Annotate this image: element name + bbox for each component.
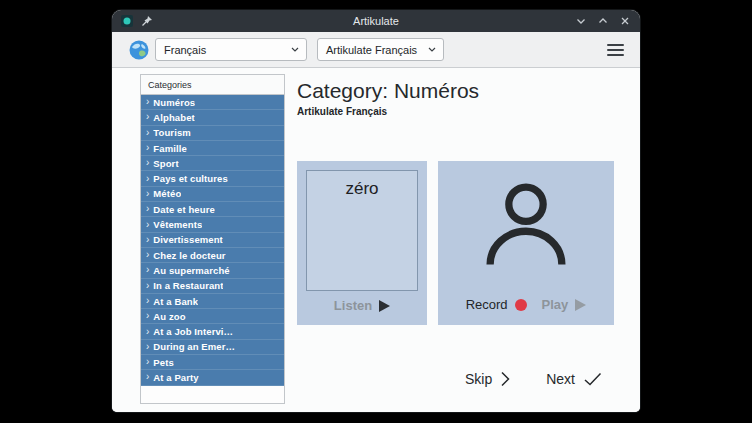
category-item-au-zoo[interactable]: ›Au zoo xyxy=(141,309,284,324)
category-label: Au supermarché xyxy=(153,265,229,276)
record-button[interactable]: Record xyxy=(466,297,527,312)
chevron-right-icon: › xyxy=(146,265,149,275)
language-select-value: Français xyxy=(164,44,206,56)
category-label: Au zoo xyxy=(153,311,185,322)
play-triangle-icon xyxy=(575,299,586,311)
category-label: Sport xyxy=(153,158,178,169)
course-select-value: Artikulate Français xyxy=(326,44,417,56)
category-label: Vêtements xyxy=(153,219,202,230)
chevron-down-icon xyxy=(428,47,436,52)
play-button[interactable]: Play xyxy=(542,297,587,312)
categories-list: ›Numéros ›Alphabet ›Tourism ›Famille ›Sp… xyxy=(141,95,284,403)
app-window: Artikulate Françai xyxy=(112,10,640,412)
page-title: Category: Numéros xyxy=(297,79,624,103)
category-item-in-a-restaurant[interactable]: ›In a Restaurant xyxy=(141,279,284,294)
category-label: Divertissement xyxy=(153,234,223,245)
toolbar: Français Artikulate Français xyxy=(112,32,640,68)
category-item-at-a-bank[interactable]: ›At a Bank xyxy=(141,294,284,309)
next-check-icon xyxy=(584,372,602,386)
category-item-alphabet[interactable]: ›Alphabet xyxy=(141,110,284,125)
category-item-during-an-emergency[interactable]: ›During an Emer… xyxy=(141,340,284,355)
category-item-meteo[interactable]: ›Météo xyxy=(141,187,284,202)
record-label: Record xyxy=(466,297,508,312)
skip-chevron-icon xyxy=(501,371,510,387)
navigation-row: Skip Next xyxy=(297,371,624,387)
category-label: At a Job Intervi… xyxy=(153,326,233,337)
category-label: In a Restaurant xyxy=(153,280,223,291)
category-item-famille[interactable]: ›Famille xyxy=(141,141,284,156)
category-label: During an Emer… xyxy=(153,341,235,352)
category-label: Famille xyxy=(153,143,186,154)
chevron-right-icon: › xyxy=(146,128,149,138)
category-label: Pays et cultures xyxy=(153,173,227,184)
category-item-pets[interactable]: ›Pets xyxy=(141,355,284,370)
chevron-right-icon: › xyxy=(146,204,149,214)
titlebar: Artikulate xyxy=(112,10,640,32)
pin-icon[interactable] xyxy=(140,14,154,28)
chevron-right-icon: › xyxy=(146,250,149,260)
chevron-right-icon: › xyxy=(146,97,149,107)
chevron-right-icon: › xyxy=(146,112,149,122)
category-item-divertissement[interactable]: ›Divertissement xyxy=(141,233,284,248)
skip-label: Skip xyxy=(465,371,492,387)
category-item-sport[interactable]: ›Sport xyxy=(141,156,284,171)
chevron-right-icon: › xyxy=(146,220,149,230)
content-area: Categories ›Numéros ›Alphabet ›Tourism ›… xyxy=(112,68,640,412)
record-card: Record Play xyxy=(438,161,614,325)
chevron-right-icon: › xyxy=(146,281,149,291)
globe-icon xyxy=(128,39,150,61)
skip-button[interactable]: Skip xyxy=(465,371,510,387)
person-icon xyxy=(474,173,578,277)
category-label: Pets xyxy=(153,357,173,368)
minimize-icon[interactable] xyxy=(574,14,588,28)
next-label: Next xyxy=(546,371,575,387)
listen-button[interactable]: Listen xyxy=(306,298,418,316)
training-cards: zéro Listen Record xyxy=(297,161,624,325)
phrase-text: zéro xyxy=(306,170,418,291)
play-triangle-icon xyxy=(379,300,390,312)
categories-panel: Categories ›Numéros ›Alphabet ›Tourism ›… xyxy=(140,74,285,404)
menu-icon[interactable] xyxy=(607,44,624,56)
record-controls: Record Play xyxy=(466,297,587,315)
chevron-right-icon: › xyxy=(146,189,149,199)
chevron-right-icon: › xyxy=(146,296,149,306)
chevron-right-icon: › xyxy=(146,342,149,352)
category-item-at-a-party[interactable]: ›At a Party xyxy=(141,370,284,385)
category-label: Numéros xyxy=(153,97,195,108)
chevron-right-icon: › xyxy=(146,235,149,245)
category-item-at-a-job-interview[interactable]: ›At a Job Intervi… xyxy=(141,324,284,339)
chevron-right-icon: › xyxy=(146,357,149,367)
chevron-right-icon: › xyxy=(146,372,149,382)
next-button[interactable]: Next xyxy=(546,371,602,387)
category-item-tourism[interactable]: ›Tourism xyxy=(141,126,284,141)
category-item-pays-et-cultures[interactable]: ›Pays et cultures xyxy=(141,171,284,186)
listen-label: Listen xyxy=(334,298,372,313)
desktop-background: Artikulate Françai xyxy=(0,0,752,423)
category-item-date-et-heure[interactable]: ›Date et heure xyxy=(141,202,284,217)
main-panel: Category: Numéros Artikulate Français zé… xyxy=(285,71,624,412)
category-item-chez-le-docteur[interactable]: ›Chez le docteur xyxy=(141,248,284,263)
course-select[interactable]: Artikulate Français xyxy=(317,38,444,61)
chevron-right-icon: › xyxy=(146,327,149,337)
close-icon[interactable] xyxy=(618,14,632,28)
chevron-down-icon xyxy=(291,47,299,52)
category-label: Chez le docteur xyxy=(153,250,225,261)
page-subtitle: Artikulate Français xyxy=(297,106,624,117)
record-dot-icon xyxy=(515,299,527,311)
category-label: Tourism xyxy=(153,127,190,138)
chevron-right-icon: › xyxy=(146,143,149,153)
category-label: At a Bank xyxy=(153,296,198,307)
category-label: Météo xyxy=(153,188,181,199)
category-item-au-supermarche[interactable]: ›Au supermarché xyxy=(141,263,284,278)
category-item-vetements[interactable]: ›Vêtements xyxy=(141,217,284,232)
category-label: Date et heure xyxy=(153,204,215,215)
play-label: Play xyxy=(542,297,569,312)
maximize-icon[interactable] xyxy=(596,14,610,28)
chevron-right-icon: › xyxy=(146,158,149,168)
language-select[interactable]: Français xyxy=(155,38,307,61)
category-label: At a Party xyxy=(153,372,198,383)
app-icon[interactable] xyxy=(120,14,134,28)
category-label: Alphabet xyxy=(153,112,194,123)
category-item-numeros[interactable]: ›Numéros xyxy=(141,95,284,110)
chevron-right-icon: › xyxy=(146,174,149,184)
